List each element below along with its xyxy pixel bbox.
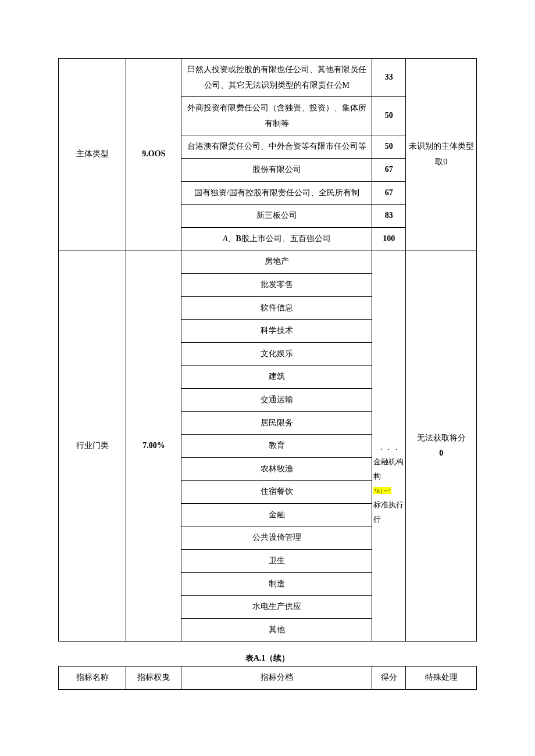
score-note-line: 金融机构 — [373, 455, 404, 470]
cell-tier: 金融 — [181, 503, 372, 526]
special-line: 0 — [408, 446, 474, 461]
cell-tier: 台港澳有限货任公司、中外合资等有限市任公司等 — [181, 135, 372, 159]
score-note-line: 标准执行 — [373, 498, 404, 513]
header-cell: 特殊处理 — [406, 667, 477, 690]
cell-weight: 9.OOS — [126, 59, 181, 250]
table-row: 主体类型 9.OOS 臼然人投资或控股的有限也任公司、其他有限员任公司、其它无法… — [59, 59, 477, 97]
cell-tier: 文化娱乐 — [181, 342, 372, 366]
cell-score: 33 — [372, 59, 406, 97]
score-note-dots: ．．． — [373, 440, 404, 455]
document-page: 主体类型 9.OOS 臼然人投资或控股的有限也任公司、其他有限员任公司、其它无法… — [0, 0, 535, 725]
main-table: 主体类型 9.OOS 臼然人投资或控股的有限也任公司、其他有限员任公司、其它无法… — [58, 58, 477, 642]
cell-tier: 股份有限公司 — [181, 158, 372, 181]
header-cell: 指标权曳 — [126, 667, 181, 690]
cell-tier: 制造 — [181, 572, 372, 596]
cell-score: 67 — [372, 181, 406, 205]
cell-tier: 居民限务 — [181, 411, 372, 435]
cell-special: 无法获取将分 0 — [406, 250, 477, 642]
special-line: 无法获取将分 — [408, 431, 474, 446]
cell-weight: 7.00% — [126, 250, 181, 642]
cell-tier: 教育 — [181, 435, 372, 458]
cell-tier: 房地产 — [181, 250, 372, 274]
table-row: 行业门类 7.00% 房地产 ．．． 金融机构 构 ¹λ | ···' 标准执行… — [59, 250, 477, 274]
cell-tier: 外商投资有限费任公司（含独资、投资）、集体所有制等 — [181, 97, 372, 135]
header-cell: 指标分档 — [181, 667, 372, 690]
cell-special: 未识别的主体类型取0 — [406, 59, 477, 250]
cell-score-note: ．．． 金融机构 构 ¹λ | ···' 标准执行 行 — [372, 250, 406, 642]
cell-score: 50 — [372, 97, 406, 135]
cell-tier: 其他 — [181, 618, 372, 642]
cell-tier: 批发零售 — [181, 273, 372, 296]
cell-tier: 建筑 — [181, 366, 372, 389]
cell-tier: 住宿餐饮 — [181, 481, 372, 504]
table-caption: 表A.1（续） — [58, 653, 477, 664]
continuation-table: 指标名称 指标权曳 指标分档 得分 特殊处理 — [58, 666, 477, 690]
cell-tier: 交通运输 — [181, 388, 372, 411]
header-cell: 得分 — [372, 667, 406, 690]
score-note-highlight: ¹λ | ···' — [373, 487, 391, 494]
cell-name: 主体类型 — [59, 59, 126, 250]
score-note-line: 构 — [373, 470, 404, 484]
cell-tier: 卫生 — [181, 550, 372, 573]
cell-name: 行业门类 — [59, 250, 126, 642]
cell-tier: A、B股上市公司、五百强公司 — [181, 227, 372, 250]
cell-tier: 软件信息 — [181, 296, 372, 320]
score-note-line: 行 — [373, 513, 404, 527]
cell-tier: 水电生产供应 — [181, 596, 372, 619]
cell-tier: 新三板公司 — [181, 205, 372, 228]
cell-score: 100 — [372, 227, 406, 250]
cell-tier-text: 、 — [227, 234, 236, 243]
cell-tier: 臼然人投资或控股的有限也任公司、其他有限员任公司、其它无法识别类型的有限责任公M — [181, 59, 372, 97]
header-cell: 指标名称 — [59, 667, 126, 690]
cell-score: 67 — [372, 158, 406, 181]
cell-score: 83 — [372, 205, 406, 228]
cell-tier: 公共设倚管理 — [181, 526, 372, 550]
cell-tier: 农林牧渔 — [181, 457, 372, 481]
cell-tier: 国有独资/国有控股有限责任公司、全民所有制 — [181, 181, 372, 205]
table-header-row: 指标名称 指标权曳 指标分档 得分 特殊处理 — [59, 667, 477, 690]
cell-score: 50 — [372, 135, 406, 159]
cell-tier: 科学技术 — [181, 320, 372, 343]
